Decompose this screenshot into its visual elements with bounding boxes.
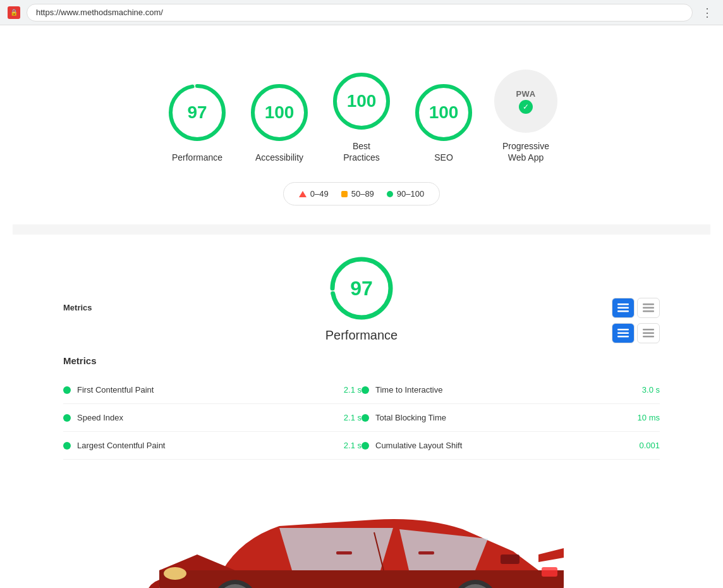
accessibility-label: Accessibility (255, 152, 303, 163)
browser-favicon (8, 6, 20, 19)
performance-circle: 97 (166, 81, 229, 144)
browser-menu-button[interactable]: ⋮ (699, 6, 715, 20)
score-item-seo: 100 SEO (412, 81, 475, 163)
seo-circle: 100 (412, 81, 475, 144)
pwa-label: ProgressiveWeb App (502, 140, 549, 163)
svg-rect-41 (542, 567, 557, 577)
main-content: 97 Performance 100 Accessibility (0, 25, 723, 588)
metric-name-tbt: Total Blocking Time (375, 413, 631, 422)
best-practices-circle: 100 (330, 70, 393, 133)
toggle-list-2[interactable] (612, 323, 635, 343)
metric-dot-tbt (362, 414, 369, 422)
metric-row-cls: Cumulative Layout Shift 0.001 (362, 432, 660, 460)
legend-item-red: 0–49 (299, 189, 329, 199)
svg-rect-12 (643, 307, 654, 309)
metric-dot-tti (362, 386, 369, 394)
svg-rect-15 (617, 333, 629, 334)
metrics-header-label: Metrics (63, 303, 92, 312)
svg-rect-19 (643, 336, 654, 338)
scores-row: 97 Performance 100 Accessibility (166, 70, 557, 163)
car-section (13, 472, 710, 588)
scores-section: 97 Performance 100 Accessibility (13, 51, 710, 230)
metrics-title: Metrics (63, 355, 660, 366)
score-item-pwa: PWA ✓ ProgressiveWeb App (494, 70, 557, 163)
metrics-right-col: Time to Interactive 3.0 s Total Blocking… (362, 376, 660, 460)
perf-score-area: 97 Performance (63, 254, 660, 343)
toggle-grid-1[interactable] (637, 298, 660, 318)
metric-name-lcp: Largest Contentful Paint (77, 441, 337, 450)
score-legend: 0–49 50–89 90–100 (283, 182, 440, 205)
metric-row-si: Speed Index 2.1 s (63, 404, 362, 432)
svg-rect-9 (617, 307, 629, 309)
metric-value-cls: 0.001 (639, 441, 660, 450)
metric-name-cls: Cumulative Layout Shift (375, 441, 633, 450)
perf-score-value: 97 (350, 277, 373, 300)
metric-value-si: 2.1 s (344, 413, 362, 422)
legend-orange-icon (341, 191, 348, 197)
metric-row-fcp: First Contentful Paint 2.1 s (63, 376, 362, 404)
svg-rect-16 (617, 336, 629, 338)
metrics-grid: First Contentful Paint 2.1 s Speed Index… (63, 376, 660, 460)
best-practices-label: BestPractices (343, 140, 380, 163)
svg-rect-8 (617, 303, 629, 305)
pwa-circle: PWA ✓ (494, 70, 557, 133)
metric-dot-si (63, 414, 71, 422)
svg-rect-18 (643, 333, 654, 334)
pwa-badge-text: PWA (516, 89, 535, 99)
toggle-group-2 (612, 323, 660, 343)
legend-range-red: 0–49 (310, 189, 329, 199)
metrics-section: Metrics First Contentful Paint 2.1 s Spe… (63, 355, 660, 460)
metric-value-lcp: 2.1 s (344, 441, 362, 450)
metric-name-fcp: First Contentful Paint (77, 385, 337, 395)
svg-rect-13 (643, 310, 654, 312)
toggle-list-active[interactable] (612, 298, 635, 318)
seo-label: SEO (434, 152, 453, 163)
accessibility-score: 100 (265, 102, 295, 123)
url-text: https://www.methodsmachine.com/ (36, 8, 163, 17)
metric-value-tbt: 10 ms (638, 413, 660, 422)
metric-row-tti: Time to Interactive 3.0 s (362, 376, 660, 404)
svg-point-40 (164, 567, 186, 580)
svg-rect-43 (336, 551, 352, 554)
score-item-performance: 97 Performance (166, 81, 229, 163)
toggle-area (612, 298, 660, 343)
score-item-best-practices: 100 BestPractices (330, 70, 393, 163)
address-bar[interactable]: https://www.methodsmachine.com/ (27, 4, 693, 21)
metric-name-tti: Time to Interactive (375, 385, 636, 395)
performance-section: Metrics (13, 235, 710, 472)
legend-red-icon (299, 191, 307, 197)
metric-value-fcp: 2.1 s (344, 385, 362, 395)
car-illustration (109, 479, 614, 588)
metrics-left-col: First Contentful Paint 2.1 s Speed Index… (63, 376, 362, 460)
pwa-check-icon: ✓ (519, 100, 533, 114)
svg-rect-44 (418, 551, 434, 554)
performance-score: 97 (187, 102, 207, 123)
metric-dot-cls (362, 442, 369, 450)
seo-score: 100 (429, 102, 459, 123)
svg-rect-11 (643, 303, 654, 305)
performance-label: Performance (172, 152, 222, 163)
best-practices-score: 100 (347, 91, 377, 111)
metric-dot-fcp (63, 386, 71, 394)
browser-chrome: https://www.methodsmachine.com/ ⋮ (0, 0, 723, 25)
legend-range-green: 90–100 (397, 189, 424, 199)
metric-row-lcp: Largest Contentful Paint 2.1 s (63, 432, 362, 460)
accessibility-circle: 100 (248, 81, 311, 144)
legend-range-orange: 50–89 (351, 189, 374, 199)
section-divider (13, 230, 710, 235)
metric-row-tbt: Total Blocking Time 10 ms (362, 404, 660, 432)
legend-green-icon (387, 191, 393, 197)
svg-rect-10 (617, 310, 629, 312)
perf-label: Performance (325, 328, 398, 343)
metric-dot-lcp (63, 442, 71, 450)
metric-value-tti: 3.0 s (642, 385, 660, 395)
legend-item-green: 90–100 (387, 189, 424, 199)
svg-rect-14 (617, 329, 629, 331)
toggle-group-1 (612, 298, 660, 318)
metric-name-si: Speed Index (77, 413, 337, 422)
svg-rect-42 (501, 554, 519, 564)
toggle-grid-2[interactable] (637, 323, 660, 343)
score-item-accessibility: 100 Accessibility (248, 81, 311, 163)
svg-rect-17 (643, 329, 654, 331)
legend-item-orange: 50–89 (341, 189, 374, 199)
